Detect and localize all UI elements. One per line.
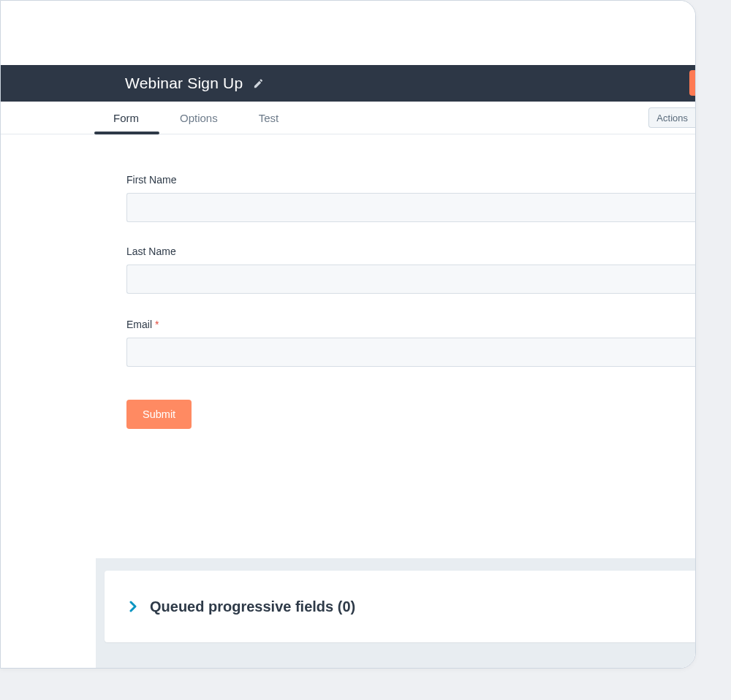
tab-options[interactable]: Options: [177, 103, 221, 133]
field-first-name[interactable]: First Name: [126, 174, 695, 222]
queued-progressive-fields-panel[interactable]: Queued progressive fields (0): [105, 571, 695, 642]
first-name-input[interactable]: [126, 193, 695, 222]
field-last-name[interactable]: Last Name: [126, 246, 695, 294]
required-star-icon: *: [155, 319, 159, 330]
edit-title-icon[interactable]: [253, 78, 264, 89]
tab-form[interactable]: Form: [110, 103, 142, 133]
last-name-label: Last Name: [126, 246, 695, 257]
app-window: Webinar Sign Up Form Options Test Action…: [0, 0, 696, 669]
email-input[interactable]: [126, 338, 695, 367]
queued-label: Queued progressive fields (0): [150, 598, 355, 615]
alert-chip[interactable]: [689, 70, 695, 96]
actions-button[interactable]: Actions: [648, 107, 695, 128]
form-title: Webinar Sign Up: [125, 75, 243, 92]
title-bar: Webinar Sign Up: [1, 65, 695, 102]
tab-test[interactable]: Test: [256, 103, 282, 133]
tab-bar: Form Options Test Actions: [1, 102, 695, 134]
field-email[interactable]: Email*: [126, 319, 695, 367]
email-label-text: Email: [126, 319, 152, 330]
chevron-right-icon: [129, 601, 137, 612]
viewport: Webinar Sign Up Form Options Test Action…: [0, 0, 731, 700]
topbar-spacer: [1, 1, 695, 65]
last-name-input[interactable]: [126, 265, 695, 294]
email-label: Email*: [126, 319, 695, 330]
first-name-label: First Name: [126, 174, 695, 186]
submit-button[interactable]: Submit: [126, 400, 192, 429]
